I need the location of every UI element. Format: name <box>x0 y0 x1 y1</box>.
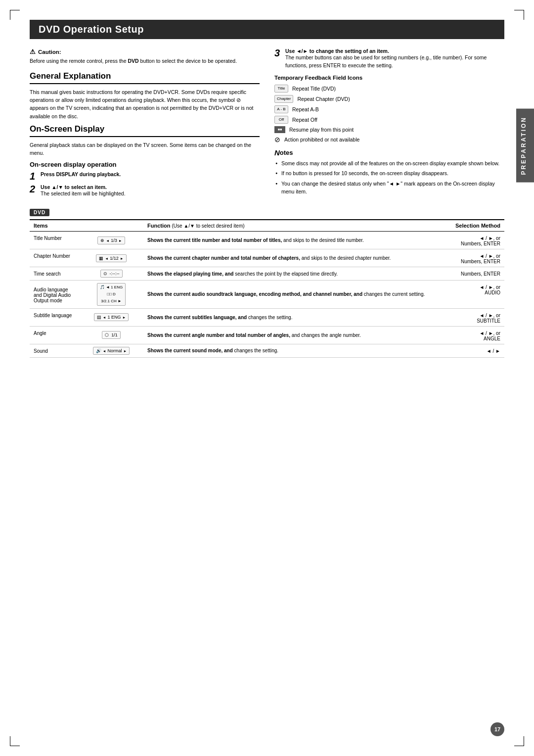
general-explanation-body: This manual gives basic instructions for… <box>30 88 260 120</box>
step-1-number: 1 <box>30 171 38 181</box>
page: PREPARATION DVD Operation Setup ⚠ Cautio… <box>0 0 534 756</box>
header-items: Items <box>30 220 79 232</box>
right-column: 3 Use ◄/► to change the setting of an it… <box>274 48 504 201</box>
page-header: DVD Operation Setup <box>30 20 504 39</box>
step-2-number: 2 <box>30 184 38 194</box>
note-1: Some discs may not provide all of the fe… <box>274 160 504 168</box>
function-subtitle-language: Shows the current subtitles language, an… <box>143 308 448 326</box>
icon-subtitle-language: ▤ 1 ENG <box>79 308 143 326</box>
side-tab: PREPARATION <box>516 109 534 183</box>
time-search-icon-display: ⊙ -:--:-- <box>100 270 123 278</box>
fn-bold-time: Shows the elapsed playing time, and <box>147 271 233 277</box>
icon-chapter-number: ▦ 1/12 <box>79 249 143 267</box>
step-1-content: Press DISPLAY during playback. <box>41 171 260 177</box>
title-badge: Title <box>274 85 288 93</box>
function-angle: Shows the current angle number and total… <box>143 326 448 344</box>
step-3-normal: The number buttons can also be used for … <box>285 54 504 70</box>
fn-bold-angle: Shows the current angle number and total… <box>147 332 290 338</box>
audio-line1: 🎵 ◄ 1 ENG <box>100 284 123 290</box>
header-function: Function (Use ▲/▼ to select desired item… <box>143 220 448 232</box>
table-row: Subtitle language ▤ 1 ENG Shows the curr… <box>30 308 504 326</box>
angle-icon-display: ⬡ 1/1 <box>102 331 121 339</box>
corner-bl <box>10 736 20 746</box>
selection-time-search: Numbers, ENTER <box>448 267 504 281</box>
header-selection: Selection Method <box>448 220 504 232</box>
notes-n: N <box>274 148 280 157</box>
corner-br <box>514 736 524 746</box>
function-label: Function <box>147 223 170 229</box>
item-time-search: Time search <box>30 267 79 281</box>
fn-bold-sound: Shows the current sound mode, and <box>147 348 233 353</box>
table-row: Time search ⊙ -:--:-- Shows the elapsed … <box>30 267 504 281</box>
step-2-bold: Use ▲/▼ to select an item. <box>41 184 260 190</box>
item-sound: Sound <box>30 344 79 357</box>
dvd-label: DVD <box>30 209 49 216</box>
step-3-bold: Use ◄/► to change the setting of an item… <box>285 48 389 54</box>
fn-bold-chapter: Shows the current chapter number and tot… <box>147 255 300 261</box>
audio-icon-display: 🎵 ◄ 1 ENG □□ D 3/2.1 CH ► <box>97 283 126 306</box>
feedback-text-prohibited: Action prohibited or not available <box>284 137 359 142</box>
item-angle: Angle <box>30 326 79 344</box>
general-explanation-section: General Explanation This manual gives ba… <box>30 71 260 120</box>
feedback-item-prohibited: ⊘ Action prohibited or not available <box>274 136 504 143</box>
icon-audio-language: 🎵 ◄ 1 ENG □□ D 3/2.1 CH ► <box>79 281 143 309</box>
feedback-item-off: Off Repeat Off <box>274 116 504 124</box>
feedback-title: Temporary Feedback Field Icons <box>274 75 504 81</box>
chapter-badge: Chapter <box>274 95 293 103</box>
feedback-text-resume: Resume play from this point <box>289 127 354 133</box>
note-2: If no button is pressed for 10 seconds, … <box>274 170 504 178</box>
fn-bold-audio: Shows the current audio soundtrack langu… <box>147 291 362 297</box>
corner-tl <box>10 10 20 20</box>
function-audio-language: Shows the current audio soundtrack langu… <box>143 281 448 309</box>
prohibited-icon: ⊘ <box>274 136 280 143</box>
on-screen-display-section: On-Screen Display General playback statu… <box>30 124 260 198</box>
page-number: 17 <box>490 722 504 736</box>
item-subtitle-language: Subtitle language <box>30 308 79 326</box>
audio-line2: □□ D <box>107 291 116 297</box>
step-3-content: Use ◄/► to change the setting of an item… <box>285 48 504 70</box>
notes-otes: otes <box>280 149 293 156</box>
on-screen-display-operation-title: On-screen display operation <box>30 161 260 168</box>
left-arrow <box>106 238 109 243</box>
feedback-list: Title Repeat Title (DVD) Chapter Repeat … <box>274 85 504 143</box>
feedback-item-resume: ■■ Resume play from this point <box>274 126 504 133</box>
icon-angle: ⬡ 1/1 <box>79 326 143 344</box>
right-arrow <box>120 256 124 261</box>
general-explanation-title: General Explanation <box>30 71 260 84</box>
right-arrow <box>119 238 122 243</box>
left-arrow <box>103 348 106 353</box>
table-row: Chapter Number ▦ 1/12 Shows the current … <box>30 249 504 267</box>
header-icon-space <box>79 220 143 232</box>
audio-line3: 3/2.1 CH ► <box>101 298 122 304</box>
step-2-normal: The selected item will be highlighted. <box>41 190 260 198</box>
icon-time-search: ⊙ -:--:-- <box>79 267 143 281</box>
caution-text: Before using the remote control, press t… <box>30 57 260 65</box>
right-arrow <box>124 348 127 353</box>
step-1-text: Press DISPLAY during playback. <box>41 171 121 177</box>
function-time-search: Shows the elapsed playing time, and sear… <box>143 267 448 281</box>
icon-title-number: ⊕ 1/3 <box>79 232 143 249</box>
icon-sound: 🔊 Normal <box>79 344 143 357</box>
feedback-text-title: Repeat Title (DVD) <box>292 86 336 92</box>
fn-bold-title-number: Shows the current title number and total… <box>147 237 282 243</box>
pause-badge: ■■ <box>274 126 285 133</box>
feedback-text-ab: Repeat A-B <box>292 106 319 112</box>
step-1: 1 Press DISPLAY during playback. <box>30 171 260 181</box>
corner-tr <box>514 10 524 20</box>
caution-title: ⚠ Caution: <box>30 48 260 55</box>
selection-title-number: ◄ / ►, orNumbers, ENTER <box>448 232 504 249</box>
chapter-number-icon-display: ▦ 1/12 <box>96 254 126 262</box>
table-row: Angle ⬡ 1/1 Shows the current angle numb… <box>30 326 504 344</box>
feedback-item-chapter: Chapter Repeat Chapter (DVD) <box>274 95 504 103</box>
selection-subtitle-language: ◄ / ►, orSUBTITLE <box>448 308 504 326</box>
item-chapter-number: Chapter Number <box>30 249 79 267</box>
caution-block: ⚠ Caution: Before using the remote contr… <box>30 48 260 65</box>
function-title-number: Shows the current title number and total… <box>143 232 448 249</box>
table-row: Sound 🔊 Normal Shows the current sound m… <box>30 344 504 357</box>
feedback-section: Temporary Feedback Field Icons Title Rep… <box>274 75 504 143</box>
on-screen-display-title: On-Screen Display <box>30 124 260 137</box>
left-column: ⚠ Caution: Before using the remote contr… <box>30 48 260 201</box>
ab-badge: A - B <box>274 105 288 113</box>
off-badge: Off <box>274 116 288 124</box>
table-row: Title Number ⊕ 1/3 Shows the current tit… <box>30 232 504 249</box>
